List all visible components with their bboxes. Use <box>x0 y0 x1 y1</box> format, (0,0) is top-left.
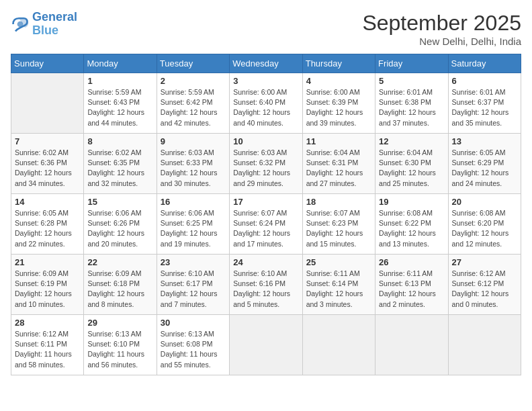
day-info: Sunrise: 6:03 AM Sunset: 6:33 PM Dayligh… <box>161 148 226 189</box>
day-number: 19 <box>379 197 444 207</box>
calendar-cell: 6Sunrise: 6:01 AM Sunset: 6:37 PM Daylig… <box>448 73 521 134</box>
calendar-cell: 24Sunrise: 6:10 AM Sunset: 6:16 PM Dayli… <box>230 255 302 315</box>
calendar-cell: 12Sunrise: 6:04 AM Sunset: 6:30 PM Dayli… <box>375 134 448 194</box>
calendar-cell: 3Sunrise: 6:00 AM Sunset: 6:40 PM Daylig… <box>230 73 302 134</box>
location: New Delhi, Delhi, India <box>362 36 521 47</box>
calendar-week-row: 14Sunrise: 6:05 AM Sunset: 6:28 PM Dayli… <box>11 194 521 255</box>
day-number: 16 <box>161 197 226 207</box>
day-info: Sunrise: 6:01 AM Sunset: 6:37 PM Dayligh… <box>452 87 517 128</box>
day-number: 20 <box>452 197 517 207</box>
day-number: 23 <box>161 257 226 267</box>
day-number: 7 <box>15 136 80 146</box>
calendar-cell: 22Sunrise: 6:09 AM Sunset: 6:18 PM Dayli… <box>84 255 157 315</box>
calendar-cell: 16Sunrise: 6:06 AM Sunset: 6:25 PM Dayli… <box>157 194 229 255</box>
day-info: Sunrise: 5:59 AM Sunset: 6:43 PM Dayligh… <box>87 87 152 128</box>
calendar-week-row: 28Sunrise: 6:12 AM Sunset: 6:11 PM Dayli… <box>11 315 521 375</box>
calendar-table: SundayMondayTuesdayWednesdayThursdayFrid… <box>11 54 521 375</box>
calendar-cell: 26Sunrise: 6:11 AM Sunset: 6:13 PM Dayli… <box>375 255 448 315</box>
svg-point-1 <box>17 21 24 27</box>
calendar-cell: 9Sunrise: 6:03 AM Sunset: 6:33 PM Daylig… <box>157 134 229 194</box>
calendar-cell: 19Sunrise: 6:08 AM Sunset: 6:22 PM Dayli… <box>375 194 448 255</box>
day-info: Sunrise: 6:12 AM Sunset: 6:11 PM Dayligh… <box>15 329 80 370</box>
day-info: Sunrise: 6:11 AM Sunset: 6:14 PM Dayligh… <box>306 269 371 310</box>
day-info: Sunrise: 6:03 AM Sunset: 6:32 PM Dayligh… <box>233 148 298 189</box>
calendar-cell: 15Sunrise: 6:06 AM Sunset: 6:26 PM Dayli… <box>84 194 157 255</box>
day-info: Sunrise: 6:06 AM Sunset: 6:26 PM Dayligh… <box>87 208 152 249</box>
day-info: Sunrise: 6:10 AM Sunset: 6:16 PM Dayligh… <box>233 269 298 310</box>
calendar-cell <box>230 315 302 375</box>
day-number: 10 <box>233 136 298 146</box>
day-info: Sunrise: 6:09 AM Sunset: 6:19 PM Dayligh… <box>15 269 80 310</box>
day-number: 4 <box>306 76 371 86</box>
day-number: 22 <box>87 257 152 267</box>
logo-icon <box>11 15 30 34</box>
day-number: 27 <box>452 257 517 267</box>
day-number: 8 <box>87 136 152 146</box>
month-title: September 2025 <box>362 11 521 36</box>
day-info: Sunrise: 6:12 AM Sunset: 6:12 PM Dayligh… <box>452 269 517 310</box>
day-number: 18 <box>306 197 371 207</box>
day-number: 30 <box>161 318 226 328</box>
day-number: 25 <box>306 257 371 267</box>
calendar-cell: 2Sunrise: 5:59 AM Sunset: 6:42 PM Daylig… <box>157 73 229 134</box>
calendar-cell: 17Sunrise: 6:07 AM Sunset: 6:24 PM Dayli… <box>230 194 302 255</box>
day-number: 15 <box>87 197 152 207</box>
day-number: 24 <box>233 257 298 267</box>
day-number: 1 <box>87 76 152 86</box>
weekday-header-row: SundayMondayTuesdayWednesdayThursdayFrid… <box>11 54 521 73</box>
calendar-cell: 14Sunrise: 6:05 AM Sunset: 6:28 PM Dayli… <box>11 194 84 255</box>
day-info: Sunrise: 6:06 AM Sunset: 6:25 PM Dayligh… <box>161 208 226 249</box>
day-number: 21 <box>15 257 80 267</box>
day-number: 11 <box>306 136 371 146</box>
calendar-cell: 28Sunrise: 6:12 AM Sunset: 6:11 PM Dayli… <box>11 315 84 375</box>
calendar-cell <box>11 73 84 134</box>
day-number: 26 <box>379 257 444 267</box>
calendar-cell <box>302 315 375 375</box>
weekday-header: Friday <box>375 54 448 73</box>
calendar-week-row: 21Sunrise: 6:09 AM Sunset: 6:19 PM Dayli… <box>11 255 521 315</box>
calendar-cell: 23Sunrise: 6:10 AM Sunset: 6:17 PM Dayli… <box>157 255 229 315</box>
title-block: September 2025 New Delhi, Delhi, India <box>362 11 521 47</box>
day-number: 28 <box>15 318 80 328</box>
day-info: Sunrise: 6:09 AM Sunset: 6:18 PM Dayligh… <box>87 269 152 310</box>
weekday-header: Tuesday <box>157 54 229 73</box>
calendar-cell: 18Sunrise: 6:07 AM Sunset: 6:23 PM Dayli… <box>302 194 375 255</box>
calendar-cell <box>375 315 448 375</box>
calendar-cell: 20Sunrise: 6:08 AM Sunset: 6:20 PM Dayli… <box>448 194 521 255</box>
calendar-cell: 30Sunrise: 6:13 AM Sunset: 6:08 PM Dayli… <box>157 315 229 375</box>
day-info: Sunrise: 6:07 AM Sunset: 6:23 PM Dayligh… <box>306 208 371 249</box>
calendar-cell: 29Sunrise: 6:13 AM Sunset: 6:10 PM Dayli… <box>84 315 157 375</box>
day-info: Sunrise: 6:04 AM Sunset: 6:31 PM Dayligh… <box>306 148 371 189</box>
day-info: Sunrise: 6:04 AM Sunset: 6:30 PM Dayligh… <box>379 148 444 189</box>
day-info: Sunrise: 6:00 AM Sunset: 6:39 PM Dayligh… <box>306 87 371 128</box>
calendar-cell: 21Sunrise: 6:09 AM Sunset: 6:19 PM Dayli… <box>11 255 84 315</box>
day-info: Sunrise: 5:59 AM Sunset: 6:42 PM Dayligh… <box>161 87 226 128</box>
calendar-cell: 27Sunrise: 6:12 AM Sunset: 6:12 PM Dayli… <box>448 255 521 315</box>
day-info: Sunrise: 6:10 AM Sunset: 6:17 PM Dayligh… <box>161 269 226 310</box>
calendar-cell: 10Sunrise: 6:03 AM Sunset: 6:32 PM Dayli… <box>230 134 302 194</box>
day-info: Sunrise: 6:00 AM Sunset: 6:40 PM Dayligh… <box>233 87 298 128</box>
day-info: Sunrise: 6:13 AM Sunset: 6:08 PM Dayligh… <box>161 329 226 370</box>
day-info: Sunrise: 6:05 AM Sunset: 6:28 PM Dayligh… <box>15 208 80 249</box>
calendar-cell <box>448 315 521 375</box>
calendar-week-row: 7Sunrise: 6:02 AM Sunset: 6:36 PM Daylig… <box>11 134 521 194</box>
calendar-cell: 8Sunrise: 6:02 AM Sunset: 6:35 PM Daylig… <box>84 134 157 194</box>
day-number: 6 <box>452 76 517 86</box>
day-info: Sunrise: 6:05 AM Sunset: 6:29 PM Dayligh… <box>452 148 517 189</box>
calendar-cell: 25Sunrise: 6:11 AM Sunset: 6:14 PM Dayli… <box>302 255 375 315</box>
calendar-week-row: 1Sunrise: 5:59 AM Sunset: 6:43 PM Daylig… <box>11 73 521 134</box>
calendar-cell: 5Sunrise: 6:01 AM Sunset: 6:38 PM Daylig… <box>375 73 448 134</box>
day-info: Sunrise: 6:01 AM Sunset: 6:38 PM Dayligh… <box>379 87 444 128</box>
day-info: Sunrise: 6:02 AM Sunset: 6:36 PM Dayligh… <box>15 148 80 189</box>
day-number: 2 <box>161 76 226 86</box>
weekday-header: Sunday <box>11 54 84 73</box>
day-number: 14 <box>15 197 80 207</box>
day-info: Sunrise: 6:11 AM Sunset: 6:13 PM Dayligh… <box>379 269 444 310</box>
day-number: 3 <box>233 76 298 86</box>
day-number: 29 <box>87 318 152 328</box>
day-number: 13 <box>452 136 517 146</box>
calendar-cell: 11Sunrise: 6:04 AM Sunset: 6:31 PM Dayli… <box>302 134 375 194</box>
weekday-header: Wednesday <box>230 54 302 73</box>
calendar-cell: 4Sunrise: 6:00 AM Sunset: 6:39 PM Daylig… <box>302 73 375 134</box>
day-number: 5 <box>379 76 444 86</box>
